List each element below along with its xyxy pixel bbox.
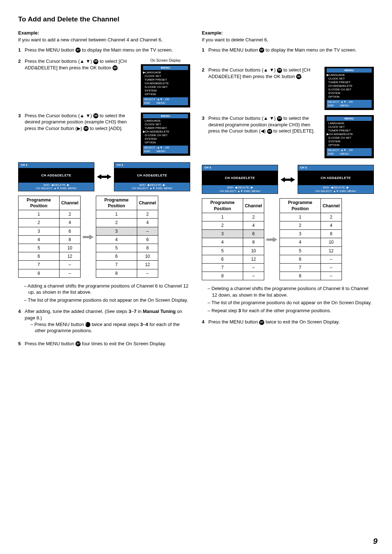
ch-box-right: CH 3 CH ADD&DELETE ADD: ◀ DELETE: ▶CH SE… [114,162,190,191]
menu-button-ref-icon: 37 [259,320,264,325]
step-num: 4 [202,319,208,325]
ok-ref-icon: 36 [296,74,301,79]
osd-caption: On Screen Display [141,58,190,63]
note: – Adding a channel shifts the programme … [18,283,190,296]
right-intro: If you want to delete Channel 6, [202,37,374,43]
osd-menu2: MENU LANGUAGE CLOCK SET TUNER PRESET▶CH … [324,115,374,158]
step-num: 2 [202,67,208,73]
cursor-ref-icon: 35 [93,59,98,64]
svg-marker-2 [281,177,295,182]
note: – Deleting a channel shifts the programm… [202,285,374,298]
left-column: Example: If you want to add a new channe… [18,30,190,352]
example-label-left: Example: [18,30,190,36]
step4-text: After adding, tune the added channel. (S… [25,308,190,335]
step2-text: Press the Cursor buttons (▲ ▼) 35 to sel… [25,58,141,71]
step-num: 3 [18,113,25,119]
step-num: 4 [18,308,25,315]
cursor-ref-icon: 35 [277,116,282,121]
example-label-right: Example: [202,30,374,36]
programme-table-after: Programme PositionChannel1224384105126–7… [279,198,342,280]
thick-arrow-icon [83,233,94,240]
page-title: To Add and Delete the Channel [18,15,374,24]
svg-marker-0 [97,174,111,179]
cursor-ref-icon: 35 [93,113,98,118]
osd-wrapper: On Screen Display MENU ▶LANGUAGE CLOCK S… [141,58,190,107]
step-num: 5 [18,341,25,347]
ch-box-left: CH 3 CH ADD&DELETE ADD: ◀ DELETE: ▶CH SE… [202,165,278,194]
menu-button-ref-icon: 37 [259,48,264,53]
osd-menu1: MENU ▶LANGUAGE CLOCK SET TUNER PRESET CH… [324,67,374,110]
step5-text: Press the MENU button 37 four times to e… [25,341,190,347]
ch-box-left: CH 3 CH ADD&DELETE ADD: ◀ DELETE: ▶CH SE… [18,162,94,191]
step1-text: Press the MENU button 37 to display the … [208,47,374,53]
cursor-ref-icon: 35 [83,126,89,131]
osd-menu1: MENU ▶LANGUAGE CLOCK SET TUNER PRESET CH… [141,64,190,107]
programme-table-after: Programme PositionChannel12243–465861071… [96,196,158,278]
svg-marker-1 [83,235,94,240]
step3-text: Press the Cursor buttons (▲ ▼) 35 to sel… [208,115,324,134]
thick-arrow-icon [266,236,277,243]
step2-text: Press the Cursor buttons (▲ ▼) 35 to sel… [208,67,324,80]
cursor-ref-icon: 35 [267,129,272,134]
note: – The list of the programme positions do… [18,297,190,304]
double-arrow-icon [281,176,295,183]
osd-menu2: MENU LANGUAGE CLOCK SET TUNER PRESET▶CH … [141,113,190,156]
svg-marker-3 [266,237,277,242]
programme-table-before: Programme PositionChannel122436485106127… [18,196,81,278]
programme-table-before: Programme PositionChannel122436485106127… [202,198,264,280]
cursor-ref-icon: 35 [277,68,282,73]
left-intro: If you want to add a new channel between… [18,37,190,43]
menu-button-ref-icon: 37 [85,322,90,327]
step-num: 1 [18,47,25,53]
step3-text: Press the Cursor buttons (▲ ▼) 35 to sel… [25,113,141,132]
ch-box-right: CH 3 CH ADD&DELETE ADD: ◀ DELETE: ▶CH SE… [298,165,374,194]
double-arrow-icon [97,174,111,180]
step1-text: Press the MENU button 37 to display the … [25,47,190,53]
step4-text: Press the MENU button 37 twice to exit t… [208,319,374,325]
menu-button-ref-icon: 37 [75,341,81,346]
step-num: 2 [18,58,25,65]
right-column: Example: If you want to delete Channel 6… [202,30,374,352]
ok-ref-icon: 36 [113,65,118,70]
step-num: 3 [202,115,208,122]
step-num: 1 [202,47,208,53]
menu-button-ref-icon: 37 [75,48,81,53]
note: – Repeat step 3 for each of the other pr… [202,307,374,314]
note: – The list of the programme positions do… [202,300,374,306]
